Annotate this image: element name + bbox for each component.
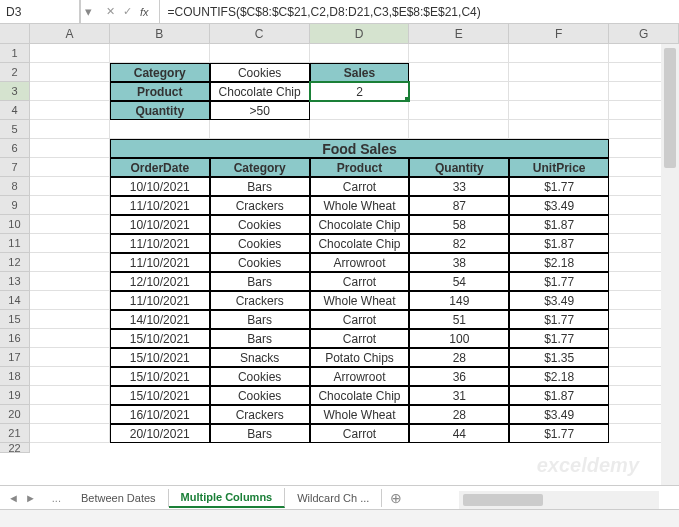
row-header-22[interactable]: 22	[0, 443, 30, 453]
cell-date[interactable]: 15/10/2021	[110, 348, 210, 367]
horizontal-scrollbar[interactable]	[459, 491, 659, 509]
cell-price[interactable]: $1.87	[509, 215, 609, 234]
cell-product[interactable]: Whole Wheat	[310, 196, 410, 215]
empty-cell[interactable]	[310, 44, 410, 63]
cell-category[interactable]: Cookies	[210, 253, 310, 272]
select-all-corner[interactable]	[0, 24, 30, 44]
cell-category[interactable]: Cookies	[210, 234, 310, 253]
nav-prev-icon[interactable]: ◄	[6, 492, 21, 504]
cell-quantity[interactable]: 51	[409, 310, 509, 329]
tab-overflow-left[interactable]: ...	[44, 489, 69, 507]
cell-product[interactable]: Arrowroot	[310, 253, 410, 272]
tab-nav-arrows[interactable]: ◄ ►	[0, 492, 44, 504]
row-header-6[interactable]: 6	[0, 139, 30, 158]
nav-next-icon[interactable]: ►	[23, 492, 38, 504]
cell-quantity[interactable]: 54	[409, 272, 509, 291]
cell-product[interactable]: Carrot	[310, 310, 410, 329]
scroll-thumb-h[interactable]	[463, 494, 543, 506]
cell-price[interactable]: $1.77	[509, 424, 609, 443]
empty-cell[interactable]	[30, 348, 110, 367]
cell-category[interactable]: Cookies	[210, 215, 310, 234]
empty-cell[interactable]	[30, 253, 110, 272]
cell-product[interactable]: Chocolate Chip	[310, 234, 410, 253]
empty-cell[interactable]	[30, 215, 110, 234]
empty-cell[interactable]	[310, 120, 410, 139]
cell-date[interactable]: 12/10/2021	[110, 272, 210, 291]
empty-cell[interactable]	[30, 120, 110, 139]
cell-price[interactable]: $1.35	[509, 348, 609, 367]
col-header-B[interactable]: B	[110, 24, 210, 44]
cell-product[interactable]: Carrot	[310, 177, 410, 196]
empty-cell[interactable]	[110, 44, 210, 63]
row-header-11[interactable]: 11	[0, 234, 30, 253]
cell-date[interactable]: 15/10/2021	[110, 386, 210, 405]
fx-icon[interactable]: fx	[140, 6, 149, 18]
cell-product[interactable]: Chocolate Chip	[310, 386, 410, 405]
row-header-18[interactable]: 18	[0, 367, 30, 386]
value-product[interactable]: Chocolate Chip	[210, 82, 310, 101]
empty-cell[interactable]	[30, 291, 110, 310]
col-header-C[interactable]: C	[210, 24, 310, 44]
cell-price[interactable]: $1.77	[509, 329, 609, 348]
row-header-8[interactable]: 8	[0, 177, 30, 196]
empty-cell[interactable]	[30, 386, 110, 405]
label-category[interactable]: Category	[110, 63, 210, 82]
cell-category[interactable]: Crackers	[210, 405, 310, 424]
cell-category[interactable]: Cookies	[210, 367, 310, 386]
empty-cell[interactable]	[30, 272, 110, 291]
empty-cell[interactable]	[509, 101, 609, 120]
empty-cell[interactable]	[30, 177, 110, 196]
empty-cell[interactable]	[210, 120, 310, 139]
cell-quantity[interactable]: 87	[409, 196, 509, 215]
cell-quantity[interactable]: 33	[409, 177, 509, 196]
empty-cell[interactable]	[30, 234, 110, 253]
col-header-D[interactable]: D	[310, 24, 410, 44]
cell-product[interactable]: Carrot	[310, 329, 410, 348]
cell-price[interactable]: $2.18	[509, 253, 609, 272]
label-quantity[interactable]: Quantity	[110, 101, 210, 120]
cell-date[interactable]: 11/10/2021	[110, 234, 210, 253]
cell-category[interactable]: Bars	[210, 177, 310, 196]
empty-cell[interactable]	[409, 44, 509, 63]
empty-cell[interactable]	[509, 44, 609, 63]
cell-product[interactable]: Whole Wheat	[310, 405, 410, 424]
header-category[interactable]: Category	[210, 158, 310, 177]
empty-cell[interactable]	[30, 424, 110, 443]
formula-input[interactable]: =COUNTIFS($C$8:$C$21,C2,D8:D21,C3,$E$8:$…	[160, 5, 679, 19]
cell-date[interactable]: 11/10/2021	[110, 253, 210, 272]
cell-product[interactable]: Potato Chips	[310, 348, 410, 367]
cell-price[interactable]: $3.49	[509, 196, 609, 215]
cell-category[interactable]: Bars	[210, 310, 310, 329]
cell-price[interactable]: $1.87	[509, 234, 609, 253]
cell-date[interactable]: 15/10/2021	[110, 367, 210, 386]
cell-quantity[interactable]: 44	[409, 424, 509, 443]
row-header-7[interactable]: 7	[0, 158, 30, 177]
empty-cell[interactable]	[509, 63, 609, 82]
add-sheet-icon[interactable]: ⊕	[382, 490, 410, 506]
empty-cell[interactable]	[409, 63, 509, 82]
cell-price[interactable]: $1.77	[509, 272, 609, 291]
value-sales[interactable]: 2	[310, 82, 410, 101]
name-box-dropdown-icon[interactable]: ▾	[80, 0, 96, 23]
cell-date[interactable]: 20/10/2021	[110, 424, 210, 443]
empty-cell[interactable]	[30, 139, 110, 158]
scroll-thumb-v[interactable]	[664, 48, 676, 168]
cell-quantity[interactable]: 28	[409, 405, 509, 424]
empty-cell[interactable]	[30, 82, 110, 101]
col-header-G[interactable]: G	[609, 24, 679, 44]
cell-price[interactable]: $1.77	[509, 310, 609, 329]
cell-quantity[interactable]: 38	[409, 253, 509, 272]
empty-cell[interactable]	[509, 82, 609, 101]
row-header-10[interactable]: 10	[0, 215, 30, 234]
header-quantity[interactable]: Quantity	[409, 158, 509, 177]
cell-quantity[interactable]: 100	[409, 329, 509, 348]
cell-product[interactable]: Arrowroot	[310, 367, 410, 386]
empty-cell[interactable]	[110, 120, 210, 139]
cell-quantity[interactable]: 28	[409, 348, 509, 367]
row-header-12[interactable]: 12	[0, 253, 30, 272]
cell-quantity[interactable]: 36	[409, 367, 509, 386]
cell-date[interactable]: 10/10/2021	[110, 215, 210, 234]
cell-product[interactable]: Carrot	[310, 272, 410, 291]
cell-price[interactable]: $3.49	[509, 405, 609, 424]
cell-price[interactable]: $1.77	[509, 177, 609, 196]
